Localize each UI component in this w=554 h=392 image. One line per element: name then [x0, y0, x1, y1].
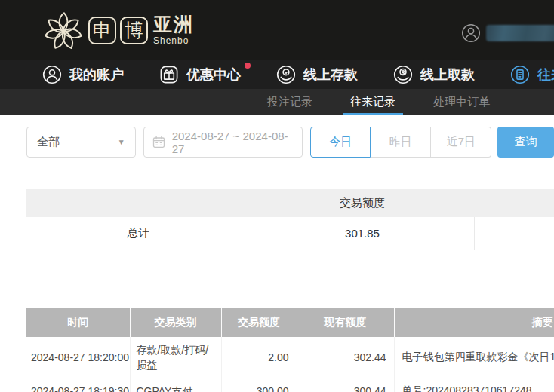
records-icon	[510, 65, 530, 84]
user-avatar-icon[interactable]	[461, 23, 481, 43]
total-label: 总计	[26, 217, 251, 250]
today-button[interactable]: 今日	[310, 127, 371, 158]
yesterday-button-label: 昨日	[389, 135, 412, 149]
column-header-amount: 交易额度	[221, 308, 297, 337]
user-area[interactable]	[461, 23, 554, 43]
cell-balance: 302.44	[297, 337, 394, 378]
nav-label: 线上取款	[420, 66, 475, 84]
subtab-bar: 投注记录 往来记录 处理中订单	[0, 89, 554, 115]
summary-header-empty	[26, 189, 251, 217]
withdraw-icon	[393, 65, 413, 84]
table-row: 2024-08-27 18:19:30 CGPAY支付 300.00 300.4…	[26, 378, 554, 392]
cell-amount: 2.00	[221, 337, 297, 378]
brand-char-box-1: 申	[88, 17, 116, 44]
summary-table: 交易额度 总计 301.85	[26, 189, 554, 250]
brand-region-block: 亚洲 Shenbo	[153, 15, 194, 45]
tab-betting-records[interactable]: 投注记录	[263, 89, 317, 115]
records-table: 时间 交易类别 交易额度 现有额度 摘要 2024-08-27 18:20:00…	[26, 308, 554, 392]
summary-header-empty-2	[474, 189, 554, 217]
notification-badge	[245, 63, 251, 69]
flower-logo-icon	[42, 8, 85, 53]
total-empty-cell	[474, 217, 554, 250]
brand-subtitle: Shenbo	[153, 36, 194, 45]
cell-amount: 300.00	[221, 378, 297, 392]
filter-bar: 全部 ▼ 2024-08-27 ~ 2024-08-27 今日 昨日	[26, 127, 554, 158]
nav-item-deposit[interactable]: 线上存款	[276, 65, 358, 84]
summary-total-row: 总计 301.85	[26, 217, 554, 250]
query-button[interactable]: 查询	[497, 127, 554, 158]
category-select-value: 全部	[37, 135, 60, 149]
cell-time: 2024-08-27 18:19:30	[26, 378, 130, 392]
summary-header-amount: 交易额度	[251, 189, 474, 217]
brand-char-1: 申	[93, 18, 112, 43]
tab-label: 处理中订单	[433, 95, 490, 109]
redacted-username	[486, 25, 554, 41]
date-range-value: 2024-08-27 ~ 2024-08-27	[172, 130, 294, 155]
last7days-button[interactable]: 近7日	[431, 127, 491, 158]
last7days-button-label: 近7日	[447, 135, 476, 149]
column-header-type: 交易类别	[130, 308, 221, 337]
page: 申 博 亚洲 Shenbo 我的账户	[0, 0, 554, 392]
cell-summary: 单号:202408283710617248	[394, 378, 554, 392]
table-row: 2024-08-27 18:20:00 存款/取款/打码/损益 2.00 302…	[26, 337, 554, 378]
records-header-row: 时间 交易类别 交易额度 现有额度 摘要	[26, 308, 554, 337]
yesterday-button[interactable]: 昨日	[371, 127, 431, 158]
tab-label: 投注记录	[267, 95, 312, 109]
cell-summary: 电子钱包第四重取款彩金《次日16	[394, 337, 554, 378]
column-header-time: 时间	[26, 308, 130, 337]
nav-item-my-account[interactable]: 我的账户	[42, 65, 124, 84]
brand-logo: 申 博 亚洲 Shenbo	[42, 8, 194, 53]
brand-char-box-2: 博	[120, 17, 148, 44]
tab-label: 往来记录	[350, 95, 395, 109]
cell-type: 存款/取款/打码/损益	[130, 337, 221, 378]
nav-item-withdraw[interactable]: 线上取款	[393, 65, 475, 84]
nav-label: 线上存款	[303, 66, 358, 84]
tab-pending-orders[interactable]: 处理中订单	[429, 89, 494, 115]
nav-item-promotions[interactable]: 优惠中心	[159, 65, 241, 84]
cell-type: CGPAY支付	[130, 378, 221, 392]
deposit-icon	[276, 65, 296, 84]
chevron-down-icon: ▼	[118, 138, 125, 146]
nav-label: 优惠中心	[186, 66, 241, 84]
top-header: 申 博 亚洲 Shenbo	[0, 0, 554, 60]
today-button-label: 今日	[329, 135, 352, 149]
quick-date-group: 今日 昨日 近7日	[310, 127, 491, 158]
total-value: 301.85	[251, 217, 474, 250]
brand-char-2: 博	[125, 18, 143, 43]
user-icon	[42, 65, 62, 84]
query-button-label: 查询	[515, 135, 537, 149]
column-header-summary: 摘要	[394, 308, 554, 337]
brand-region: 亚洲	[153, 15, 194, 34]
content-area: 全部 ▼ 2024-08-27 ~ 2024-08-27 今日 昨日	[0, 127, 554, 392]
calendar-icon	[152, 136, 165, 149]
main-nav: 我的账户 优惠中心 线上存款	[0, 60, 554, 89]
category-select[interactable]: 全部 ▼	[26, 127, 136, 158]
nav-item-records[interactable]: 往来记录	[510, 65, 554, 84]
cell-balance: 300.44	[297, 378, 394, 392]
date-range-input[interactable]: 2024-08-27 ~ 2024-08-27	[143, 127, 303, 158]
nav-label: 我的账户	[69, 66, 124, 84]
nav-label: 往来记录	[537, 66, 554, 84]
gift-icon	[159, 65, 179, 84]
summary-header-row: 交易额度	[26, 189, 554, 217]
column-header-balance: 现有额度	[297, 308, 394, 337]
tab-transaction-records[interactable]: 往来记录	[346, 89, 400, 115]
cell-time: 2024-08-27 18:20:00	[26, 337, 130, 378]
